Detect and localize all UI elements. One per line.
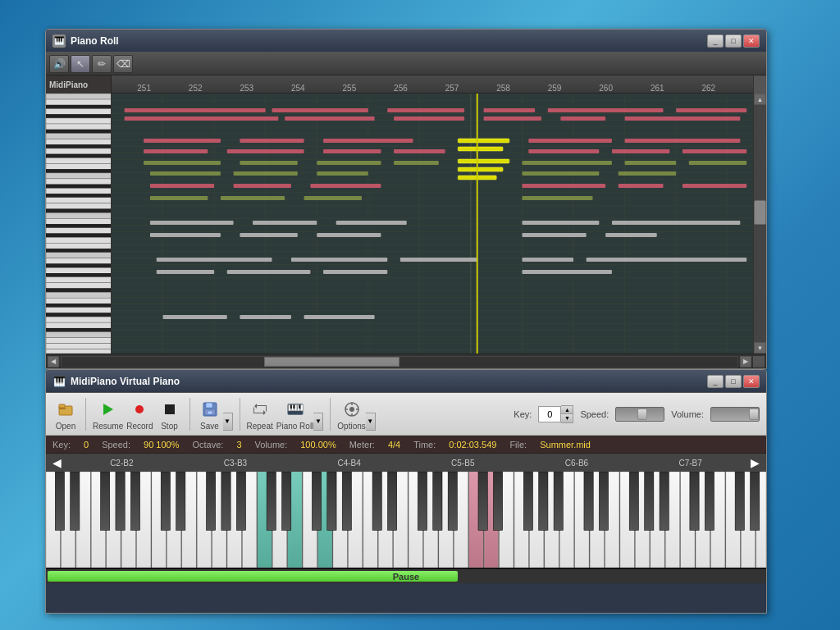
key-spinner[interactable]: 0 ▲ ▼	[538, 405, 573, 423]
speaker-tool-button[interactable]: 🔊	[49, 55, 69, 73]
svg-rect-134	[157, 258, 272, 262]
key-value[interactable]: 0	[538, 406, 561, 422]
vp-window-controls: _ □ ✕	[707, 375, 760, 388]
open-icon	[52, 398, 79, 421]
stop-tool[interactable]: Stop	[157, 398, 183, 431]
save-tool[interactable]: Save	[197, 398, 223, 431]
svg-rect-109	[150, 171, 221, 176]
svg-rect-25	[46, 203, 112, 209]
status-meter-label: Meter:	[349, 440, 375, 450]
scroll-thumb-h[interactable]	[264, 357, 399, 367]
pause-button[interactable]: Pause	[46, 569, 766, 583]
piano-roll-scrollbar-h[interactable]: ◀ ▶	[46, 354, 766, 368]
svg-rect-247	[690, 472, 699, 530]
record-tool[interactable]: Record	[126, 398, 153, 431]
svg-rect-162	[299, 404, 300, 409]
svg-rect-50	[46, 322, 112, 328]
svg-rect-131	[317, 233, 381, 237]
svg-rect-31	[46, 228, 112, 234]
scroll-thumb-v[interactable]	[754, 200, 766, 225]
svg-rect-90	[144, 139, 221, 143]
speed-label: Speed:	[580, 409, 609, 419]
svg-rect-124	[150, 221, 234, 225]
save-dropdown-button[interactable]: ▼	[223, 413, 233, 431]
piano-roll-minimize[interactable]: _	[707, 34, 724, 48]
piano-keyboard[interactable]	[46, 472, 766, 568]
piano-roll-tool[interactable]: Piano Roll	[276, 398, 314, 431]
svg-rect-40	[46, 273, 112, 276]
piano-roll-close[interactable]: ✕	[743, 34, 760, 48]
svg-rect-129	[150, 233, 221, 237]
svg-rect-97	[323, 149, 381, 153]
status-meter-value: 4/4	[388, 440, 400, 450]
svg-rect-79	[125, 116, 279, 121]
svg-rect-218	[71, 472, 80, 530]
scroll-down-button[interactable]: ▼	[754, 342, 766, 354]
svg-rect-116	[310, 184, 381, 188]
keyboard-right-arrow[interactable]: ▶	[747, 456, 763, 469]
key-down-arrow[interactable]: ▼	[561, 414, 573, 422]
pencil-tool-button[interactable]: ✏	[92, 55, 112, 73]
status-file-label: File:	[509, 440, 527, 450]
svg-rect-242	[584, 472, 593, 530]
ruler-mark-251: 251	[137, 84, 151, 93]
svg-rect-217	[55, 472, 64, 530]
svg-rect-11	[46, 139, 112, 144]
svg-rect-230	[327, 472, 336, 530]
vp-maximize[interactable]: □	[725, 375, 742, 388]
piano-roll-grid[interactable]	[112, 94, 753, 354]
eraser-tool-button[interactable]: ⌫	[113, 55, 133, 73]
svg-rect-93	[528, 139, 612, 143]
piano-roll-toolbar-label: Piano Roll	[276, 422, 314, 431]
svg-rect-13	[46, 148, 112, 154]
svg-rect-100	[612, 149, 669, 153]
key-up-arrow[interactable]: ▲	[561, 406, 573, 414]
svg-rect-224	[206, 472, 215, 530]
ruler-mark-255: 255	[343, 84, 357, 93]
ruler-mark-262: 262	[701, 84, 715, 93]
keyboard-left-arrow[interactable]: ◀	[49, 456, 65, 469]
svg-rect-86	[458, 147, 503, 151]
piano-roll-scrollbar-v[interactable]: ▲ ▼	[753, 94, 766, 354]
vp-minimize[interactable]: _	[707, 375, 724, 388]
svg-rect-91	[240, 139, 304, 143]
scroll-track-h[interactable]	[61, 356, 738, 368]
repeat-label: Repeat	[247, 422, 273, 431]
status-time-label: Time:	[413, 440, 436, 450]
speed-slider-thumb[interactable]	[637, 409, 647, 420]
options-tool[interactable]: Options	[337, 398, 365, 431]
piano-roll-maximize[interactable]: □	[725, 34, 742, 48]
key-arrows[interactable]: ▲ ▼	[561, 405, 573, 423]
svg-rect-4	[46, 108, 112, 114]
vp-titlebar: 🎹 MidiPiano Virtual Piano _ □ ✕	[46, 370, 766, 393]
open-tool[interactable]: Open	[52, 398, 79, 431]
svg-rect-73	[125, 108, 266, 112]
volume-slider-thumb[interactable]	[749, 409, 759, 420]
vp-close[interactable]: ✕	[743, 375, 760, 388]
svg-rect-160	[290, 404, 291, 409]
svg-rect-51	[46, 328, 112, 331]
svg-rect-36	[46, 253, 112, 258]
scroll-right-button[interactable]: ▶	[740, 356, 751, 368]
select-tool-button[interactable]: ↖	[71, 55, 90, 73]
svg-rect-84	[625, 116, 741, 121]
scroll-left-button[interactable]: ◀	[48, 356, 59, 368]
options-dropdown-button[interactable]: ▼	[366, 413, 376, 431]
svg-rect-233	[387, 472, 396, 530]
volume-slider[interactable]	[710, 407, 760, 422]
scroll-up-button[interactable]: ▲	[754, 94, 766, 105]
save-tool-group: Save ▼	[197, 398, 233, 431]
toolbar-sep-2	[189, 398, 190, 431]
speed-slider[interactable]	[615, 407, 664, 422]
svg-rect-105	[394, 161, 439, 165]
status-speed-value: 90 100%	[144, 440, 179, 450]
piano-roll-dropdown-button[interactable]: ▼	[313, 413, 323, 431]
ruler-mark-259: 259	[548, 84, 562, 93]
range-c4b4: C4-B4	[337, 459, 360, 468]
status-octave-label: Octave:	[192, 440, 223, 450]
svg-rect-128	[612, 221, 740, 225]
progress-bar-container[interactable]: Pause	[46, 568, 766, 583]
resume-tool[interactable]: Resume	[93, 398, 123, 431]
repeat-tool[interactable]: Repeat	[247, 398, 273, 431]
svg-rect-143	[163, 315, 227, 319]
